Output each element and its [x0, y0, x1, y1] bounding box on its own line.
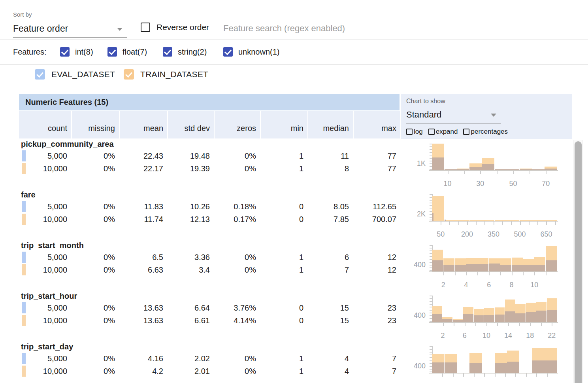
chart-option-checkbox[interactable]: [428, 129, 435, 135]
train-dataset-swatch: [22, 315, 26, 326]
chevron-down-icon: [117, 28, 122, 31]
stat-cells: 10,0000%11.7412.130.17%07.85700.07: [19, 213, 400, 226]
stat-value: 0: [261, 301, 307, 314]
stat-value: 12: [354, 251, 400, 264]
stat-value: 1: [261, 150, 307, 162]
feature-filter-checkbox[interactable]: [163, 47, 172, 57]
vertical-scrollbar-track[interactable]: [573, 140, 582, 383]
stat-value: 0%: [72, 301, 119, 314]
stat-cells: 10,0000%13.636.614.14%01523: [19, 314, 400, 327]
x-axis-tick: [489, 272, 490, 275]
feature-row: fare5,0000%11.8310.260.18%08.05112.6510,…: [19, 190, 400, 241]
y-axis-tick: [430, 298, 432, 299]
stat-value: 0: [261, 213, 307, 226]
eval-histogram-bar: [463, 314, 473, 322]
feature-filter-checkbox[interactable]: [60, 47, 70, 57]
train-dataset-swatch: [22, 163, 26, 174]
feature-filter-checkbox[interactable]: [223, 47, 233, 57]
x-axis-tick: [441, 222, 441, 225]
eval-histogram-bar: [505, 311, 515, 322]
stat-cells: 10,0000%6.633.40%1712: [19, 264, 400, 276]
stat-value: 11.83: [120, 200, 167, 213]
chart-to-show-value: Standard: [406, 110, 441, 120]
chart-to-show-select[interactable]: Standard: [406, 107, 501, 123]
x-axis-tick: [500, 272, 501, 275]
x-tick-label: 10: [477, 332, 496, 340]
vertical-scrollbar-thumb[interactable]: [575, 141, 582, 383]
feature-row: trip_start_month5,0000%6.53.360%161210,0…: [19, 241, 400, 291]
stat-value: 6: [308, 251, 353, 264]
stat-value: 0%: [72, 200, 119, 213]
stat-value: 1: [261, 162, 307, 175]
eval-histogram-bar: [445, 362, 457, 373]
eval-histogram-bar: [515, 313, 526, 322]
chart-option-checkbox[interactable]: [406, 129, 413, 135]
x-axis-tick: [530, 323, 531, 326]
x-axis-tick: [449, 222, 450, 225]
feature-row: trip_start_day5,0000%4.162.020%14710,000…: [19, 342, 400, 383]
train-dataset-swatch: [22, 264, 26, 275]
x-axis-tick: [467, 222, 468, 225]
eval-dataset-swatch: [22, 353, 26, 364]
x-axis-tick: [546, 272, 547, 275]
sort-by-select[interactable]: Feature order: [13, 21, 127, 38]
x-axis-tick: [512, 272, 513, 275]
feature-filter-int: int(8): [60, 47, 93, 57]
x-tick-label: 50: [503, 180, 523, 188]
x-axis-tick: [466, 272, 467, 275]
stat-value: 0.18%: [215, 200, 260, 213]
stat-value: 0.17%: [215, 213, 260, 226]
chart-controls-panel: Chart to show Standard logexpandpercenta…: [401, 94, 572, 139]
y-axis-tick: [430, 349, 432, 350]
reverse-order-checkbox[interactable]: [141, 23, 150, 32]
column-header-zeros: zeros: [215, 111, 260, 138]
stat-value: 2.02: [168, 352, 214, 365]
x-axis-tick: [442, 374, 443, 377]
x-axis: [429, 322, 558, 323]
x-axis-tick: [505, 374, 506, 377]
eval-histogram-bar: [523, 265, 534, 271]
x-axis-tick: [536, 374, 537, 377]
stat-value: 5,000: [19, 301, 71, 314]
x-tick-label: 18: [520, 332, 540, 340]
stat-value: 4.14%: [215, 314, 260, 327]
stat-value: 3.76%: [215, 301, 260, 314]
stat-cells: 10,0000%22.1719.390%1877: [19, 162, 400, 175]
eval-histogram-bar: [547, 310, 557, 322]
chart-option-label: log: [414, 128, 423, 136]
eval-histogram-bar: [442, 319, 452, 322]
x-axis-tick: [530, 171, 530, 174]
x-axis: [429, 271, 558, 272]
stat-cells: 5,0000%11.8310.260.18%08.05112.65: [19, 200, 400, 213]
eval-histogram-bar: [432, 260, 443, 271]
stat-value: 19.39: [168, 162, 214, 175]
x-axis-tick: [443, 323, 444, 326]
x-tick-label: 650: [536, 230, 556, 239]
stats-column-headers: countmissingmeanstd devzerosminmedianmax: [19, 111, 400, 138]
stat-value: 77: [354, 150, 400, 162]
stat-value: 0%: [72, 162, 119, 175]
chart-to-show-label: Chart to show: [406, 98, 445, 105]
feature-search-input[interactable]: [223, 20, 413, 37]
y-axis-tick: [430, 245, 432, 246]
stat-value: 3.4: [168, 264, 214, 276]
x-axis: [429, 373, 558, 374]
stat-value: 22.43: [120, 150, 167, 162]
feature-filter-checkbox[interactable]: [107, 47, 117, 57]
dataset-checkbox[interactable]: [35, 69, 45, 80]
train-stats-row: 10,0000%22.1719.390%1877: [19, 162, 400, 175]
x-axis-tick: [448, 171, 449, 174]
chart-option-checkbox[interactable]: [463, 129, 469, 135]
sort-by-value: Feature order: [13, 23, 68, 34]
stat-value: 5,000: [19, 150, 71, 162]
stat-value: 4: [308, 365, 353, 377]
x-axis-tick: [453, 374, 454, 377]
stat-value: 13.63: [120, 301, 167, 314]
divider: [0, 40, 588, 40]
dataset-checkbox[interactable]: [124, 69, 134, 80]
stat-value: 5,000: [19, 251, 71, 264]
stat-cells: 5,0000%22.4319.480%11177: [19, 150, 400, 162]
stat-value: 10,000: [19, 264, 71, 276]
eval-histogram-bar: [455, 265, 466, 271]
eval-stats-row: 5,0000%11.8310.260.18%08.05112.65: [19, 200, 400, 213]
